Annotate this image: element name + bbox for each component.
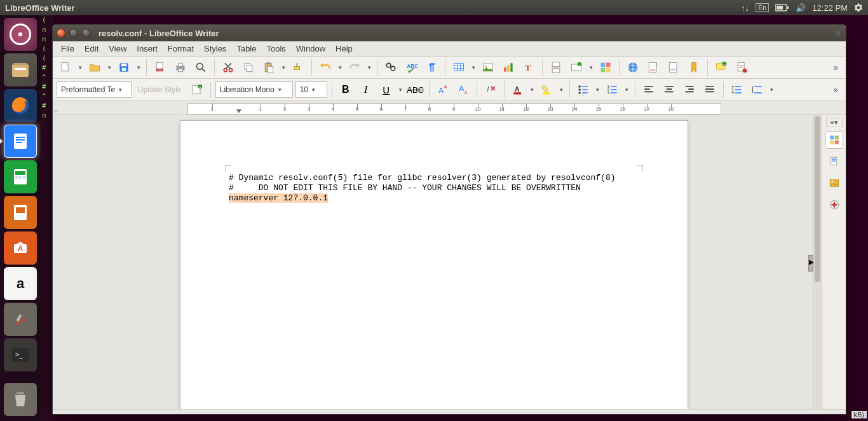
launcher-terminal[interactable]: >_ <box>4 338 37 371</box>
keyboard-layout-indicator[interactable]: En <box>756 3 769 12</box>
insert-field-icon[interactable]: + <box>567 59 585 76</box>
insert-hyperlink-icon[interactable] <box>624 59 642 76</box>
scroll-thumb[interactable] <box>815 116 820 282</box>
print-icon[interactable] <box>172 59 189 76</box>
indent-marker[interactable] <box>236 109 241 113</box>
italic-icon[interactable]: I <box>357 81 375 99</box>
horizontal-ruler[interactable]: 1123456789101112131415161718 <box>187 103 721 114</box>
insert-image-icon[interactable] <box>479 59 497 76</box>
toolbar-overflow-icon[interactable]: » <box>829 62 842 72</box>
insert-endnote-icon[interactable] <box>665 59 682 76</box>
document-line[interactable]: # Dynamic resolv.conf(5) file for glibc … <box>229 173 639 183</box>
align-justify-icon[interactable] <box>701 81 719 99</box>
redo-icon[interactable] <box>346 59 363 76</box>
paragraph-style-combo[interactable]: Preformatted Te▾ <box>57 81 132 98</box>
launcher-settings[interactable] <box>4 303 37 336</box>
clone-formatting-icon[interactable] <box>289 59 307 76</box>
battery-indicator-icon[interactable] <box>775 4 789 11</box>
menu-insert[interactable]: Insert <box>132 43 162 55</box>
launcher-firefox[interactable] <box>4 89 37 122</box>
sidebar-splitter[interactable]: ▸ <box>808 255 813 272</box>
new-dropdown[interactable]: ▾ <box>77 64 83 71</box>
superscript-icon[interactable]: AA <box>434 81 452 99</box>
new-style-icon[interactable]: + <box>188 81 206 99</box>
undo-icon[interactable] <box>316 59 334 76</box>
tab-stop-type-icon[interactable]: ⌐ <box>53 107 60 114</box>
table-dropdown[interactable]: ▾ <box>470 64 477 71</box>
launcher-amazon[interactable]: a <box>4 267 37 300</box>
line-spacing-icon[interactable] <box>749 81 766 99</box>
sidebar-gallery-icon[interactable] <box>825 174 843 192</box>
insert-textbox-icon[interactable]: T <box>520 59 538 76</box>
window-titlebar[interactable]: resolv.conf - LibreOffice Writer ✕ <box>53 25 846 41</box>
launcher-trash[interactable] <box>4 383 37 416</box>
formatting-marks-icon[interactable] <box>423 59 440 76</box>
underline-icon[interactable]: U <box>377 81 395 99</box>
align-right-icon[interactable] <box>681 81 698 99</box>
document-page[interactable]: # Dynamic resolv.conf(5) file for glibc … <box>180 120 688 409</box>
copy-icon[interactable] <box>240 59 257 76</box>
font-size-combo[interactable]: 10▾ <box>295 81 327 98</box>
bold-icon[interactable]: B <box>337 81 355 99</box>
open-file-icon[interactable] <box>86 59 104 76</box>
menu-edit[interactable]: Edit <box>80 43 103 55</box>
align-center-icon[interactable] <box>660 81 678 99</box>
undo-dropdown[interactable]: ▾ <box>337 64 343 71</box>
clear-formatting-icon[interactable]: I <box>482 81 499 99</box>
sidebar-properties-icon[interactable] <box>825 131 843 149</box>
track-changes-icon[interactable] <box>733 59 750 76</box>
line-spacing-dropdown[interactable]: ▾ <box>769 86 775 93</box>
menu-format[interactable]: Format <box>163 43 198 55</box>
window-close-button[interactable] <box>57 29 65 38</box>
bullet-dropdown[interactable]: ▾ <box>595 86 601 93</box>
clock[interactable]: 12:22 PM <box>812 3 848 13</box>
sidebar-styles-icon[interactable] <box>825 153 843 170</box>
page-scroll-area[interactable]: # Dynamic resolv.conf(5) file for glibc … <box>53 115 813 409</box>
menu-file[interactable]: File <box>57 43 79 55</box>
launcher-files[interactable] <box>4 53 37 86</box>
cut-icon[interactable] <box>219 59 237 76</box>
insert-chart-icon[interactable] <box>499 59 517 76</box>
underline-dropdown[interactable]: ▾ <box>398 86 404 93</box>
highlight-dropdown[interactable]: ▾ <box>559 86 565 93</box>
launcher-software[interactable]: A <box>4 231 37 265</box>
increase-spacing-icon[interactable] <box>728 81 746 99</box>
bullet-list-icon[interactable] <box>574 81 592 99</box>
new-document-icon[interactable] <box>57 59 74 76</box>
update-style-button[interactable]: Update Style <box>134 85 186 94</box>
strikethrough-icon[interactable]: ABC <box>407 81 424 99</box>
numbered-dropdown[interactable]: ▾ <box>624 86 630 93</box>
menu-tools[interactable]: Tools <box>262 43 290 55</box>
menu-table[interactable]: Table <box>232 43 261 55</box>
vertical-scrollbar[interactable]: ▸ <box>813 115 822 409</box>
window-maximize-button[interactable] <box>82 29 91 38</box>
highlight-color-icon[interactable] <box>538 81 556 99</box>
redo-dropdown[interactable]: ▾ <box>366 64 372 71</box>
export-pdf-icon[interactable]: PDF <box>151 59 169 76</box>
save-dropdown[interactable]: ▾ <box>135 64 142 71</box>
sidebar-navigator-icon[interactable] <box>825 196 843 214</box>
sound-indicator-icon[interactable]: 🔊 <box>796 3 806 13</box>
insert-bookmark-icon[interactable] <box>685 59 703 76</box>
print-preview-icon[interactable] <box>192 59 210 76</box>
paste-icon[interactable] <box>260 59 278 76</box>
spellcheck-icon[interactable]: ABC <box>402 59 420 76</box>
menu-window[interactable]: Window <box>292 43 330 55</box>
numbered-list-icon[interactable]: 123 <box>604 81 621 99</box>
find-replace-icon[interactable] <box>382 59 400 76</box>
insert-comment-icon[interactable]: + <box>712 59 730 76</box>
font-name-combo[interactable]: Liberation Mono▾ <box>215 81 293 98</box>
insert-table-icon[interactable] <box>450 59 468 76</box>
save-icon[interactable] <box>115 59 133 76</box>
session-gear-icon[interactable] <box>854 3 863 12</box>
document-close-icon[interactable]: ✕ <box>834 27 842 39</box>
align-left-icon[interactable] <box>640 81 658 99</box>
insert-pagebreak-icon[interactable] <box>547 59 565 76</box>
insert-special-char-icon[interactable] <box>597 59 614 76</box>
document-line[interactable]: nameserver 127.0.0.1 <box>229 193 639 204</box>
font-color-dropdown[interactable]: ▾ <box>529 86 536 93</box>
document-line[interactable]: # DO NOT EDIT THIS FILE BY HAND -- YOUR … <box>229 183 639 193</box>
formatting-overflow-icon[interactable]: » <box>829 85 842 95</box>
menu-styles[interactable]: Styles <box>200 43 231 55</box>
sidebar-settings-icon[interactable]: ≡▾ <box>826 118 843 127</box>
